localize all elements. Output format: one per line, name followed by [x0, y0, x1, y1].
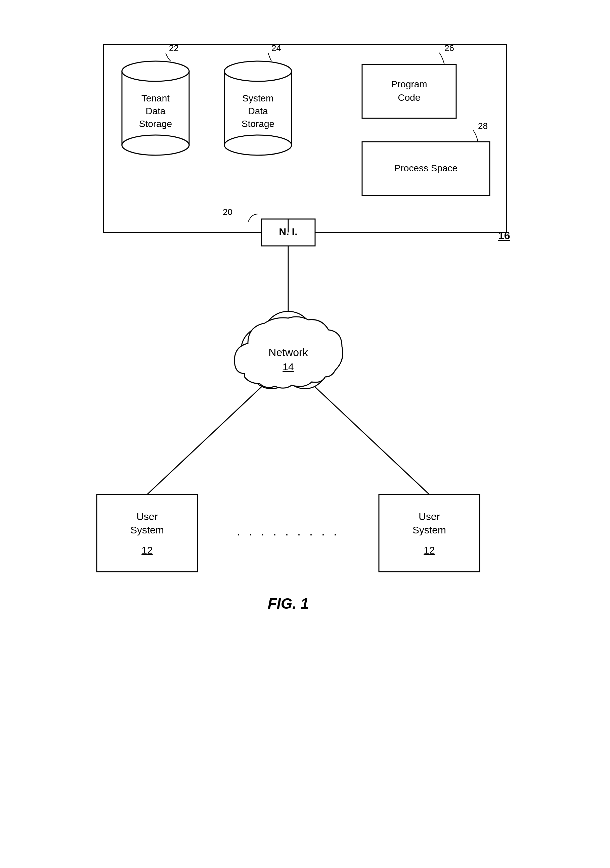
svg-text:FIG. 1: FIG. 1	[268, 595, 309, 612]
diagram-container: 16 22 24 26 28 20	[70, 31, 540, 837]
svg-point-23	[238, 330, 339, 384]
svg-text:System: System	[412, 524, 446, 535]
svg-line-25	[315, 387, 429, 494]
svg-text:Code: Code	[398, 92, 421, 103]
svg-text:Tenant: Tenant	[141, 93, 170, 104]
svg-line-24	[147, 387, 261, 494]
svg-point-22	[283, 345, 327, 389]
svg-rect-12	[362, 142, 490, 195]
svg-rect-10	[362, 65, 456, 118]
svg-text:20: 20	[223, 207, 232, 217]
svg-point-18	[241, 327, 288, 374]
svg-text:Process Space: Process Space	[394, 163, 457, 173]
svg-text:22: 22	[169, 43, 179, 53]
svg-text:26: 26	[444, 43, 454, 53]
svg-text:Storage: Storage	[242, 119, 274, 129]
svg-text:· · · · · · · · ·: · · · · · · · · ·	[237, 527, 340, 541]
svg-rect-6	[224, 71, 291, 145]
svg-rect-26	[97, 494, 198, 572]
svg-rect-14	[261, 219, 315, 246]
svg-point-3	[122, 135, 189, 155]
svg-point-21	[249, 345, 293, 389]
svg-text:24: 24	[271, 43, 281, 53]
svg-text:Program: Program	[391, 79, 427, 89]
svg-text:Network: Network	[268, 346, 308, 358]
svg-text:16: 16	[498, 229, 510, 242]
svg-point-7	[224, 135, 291, 155]
svg-text:Data: Data	[146, 106, 166, 116]
svg-point-20	[291, 327, 339, 374]
svg-text:N. I.: N. I.	[279, 226, 297, 237]
svg-rect-2	[122, 71, 189, 145]
svg-text:System: System	[242, 93, 273, 104]
svg-text:14: 14	[282, 361, 294, 372]
svg-text:28: 28	[478, 121, 488, 131]
svg-rect-0	[104, 44, 506, 232]
svg-point-4	[122, 61, 189, 81]
svg-rect-27	[379, 494, 480, 572]
svg-text:User: User	[136, 511, 158, 522]
svg-point-8	[224, 61, 291, 81]
svg-text:User: User	[418, 511, 440, 522]
svg-text:12: 12	[141, 544, 153, 556]
svg-text:Data: Data	[248, 106, 268, 116]
connection-lines: 16 22 24 26 28 20	[70, 31, 540, 837]
svg-text:Storage: Storage	[139, 119, 172, 129]
svg-text:12: 12	[424, 544, 435, 556]
svg-point-19	[263, 312, 313, 362]
svg-text:System: System	[130, 524, 164, 535]
